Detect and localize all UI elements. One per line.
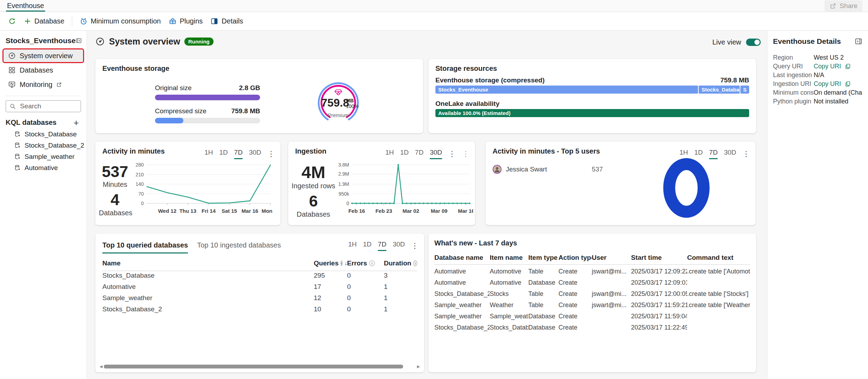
cell-6: .create table ['Weather'... [687, 302, 750, 309]
time-range-30d[interactable]: 30D [430, 149, 442, 159]
card-menu-icon-secondary[interactable]: ⋮ [462, 151, 469, 156]
horizontal-scrollbar[interactable]: ◀ ▶ [100, 364, 420, 369]
copy-uri-link[interactable]: Copy URI [814, 80, 841, 88]
cell-3: Create [558, 279, 592, 286]
svg-text:Wed 12: Wed 12 [158, 208, 176, 214]
plugins-button[interactable]: Plugins [165, 15, 207, 28]
search-box[interactable] [6, 100, 81, 112]
refresh-button[interactable] [4, 15, 20, 28]
time-range-30d[interactable]: 30D [393, 241, 405, 251]
card-menu-icon[interactable]: ⋮ [267, 151, 275, 156]
table-row[interactable]: Automative1701 [102, 281, 417, 292]
add-kql-database-button[interactable]: + [72, 119, 81, 127]
live-view-toggle[interactable] [746, 39, 761, 46]
storage-segment[interactable]: Stocks_Eventhouse [435, 86, 698, 94]
table-row[interactable]: AutomativeAutomotiveTableCreatejswart@mi… [434, 266, 750, 277]
column-header-database-name[interactable]: Database name [434, 254, 490, 262]
onelake-availability-label: OneLake availability [435, 100, 500, 108]
svg-text:70: 70 [138, 191, 144, 197]
kql-database-item[interactable]: Stocks_Database [0, 129, 87, 140]
storage-segment[interactable]: Stocks_Database_2 [699, 86, 739, 94]
svg-text:Mar 09: Mar 09 [431, 208, 448, 214]
details-button[interactable]: Details [206, 15, 247, 28]
grid-icon [8, 66, 16, 74]
time-range-1d[interactable]: 1D [400, 149, 409, 159]
kql-database-item[interactable]: Sample_weather [0, 151, 87, 162]
column-header-item-type[interactable]: Item type [528, 254, 558, 262]
tab-top-ingested[interactable]: Top 10 ingested databases [197, 241, 281, 253]
copy-icon[interactable] [845, 63, 851, 70]
svg-text:Fri 14: Fri 14 [202, 208, 216, 214]
table-row[interactable]: Sample_weatherWeatherTableCreatejswart@m… [434, 299, 750, 311]
tab-top-queried[interactable]: Top 10 queried databases [102, 241, 188, 253]
details-value-text: On demand (Chan... [814, 89, 862, 96]
share-button[interactable]: Share [825, 0, 862, 12]
search-input[interactable] [19, 102, 73, 110]
sidebar-item-system-overview[interactable]: System overview [4, 49, 83, 62]
table-row[interactable]: Stocks_Database_2StocksTableCreatejswart… [434, 288, 750, 299]
cell-0: Sample_weather [434, 302, 490, 309]
scroll-left-icon[interactable]: ◀ [100, 364, 102, 369]
table-row[interactable]: Stocks_Database_21001 [102, 304, 417, 315]
minimum-consumption-button[interactable]: Minimum consumption [76, 15, 165, 28]
info-icon: i [369, 260, 375, 266]
column-header-name[interactable]: Name [102, 259, 314, 267]
column-header-action-type[interactable]: Action type [558, 254, 592, 262]
time-range-1h[interactable]: 1H [348, 241, 357, 251]
table-row[interactable]: Stocks_Database_2Stocks_Databa...Databas… [434, 322, 750, 333]
ingested-rows-value: 4M [290, 163, 337, 181]
sidebar-item-databases[interactable]: Databases [4, 64, 83, 76]
top-user-row[interactable]: Jessica Swart537 [493, 165, 547, 174]
kql-database-item[interactable]: Stocks_Database_2 [0, 140, 87, 151]
kql-database-name: Automative [25, 164, 58, 172]
time-range-7d[interactable]: 7D [415, 149, 423, 159]
column-header-errors[interactable]: Errorsi [347, 259, 384, 267]
card-menu-icon[interactable]: ⋮ [448, 151, 456, 156]
time-range-30d[interactable]: 30D [724, 149, 736, 159]
collapse-details-icon[interactable] [855, 38, 862, 45]
collapse-sidebar-icon[interactable] [76, 37, 82, 45]
details-label: Details [222, 17, 243, 25]
add-database-button[interactable]: Database [20, 15, 68, 28]
time-range-1d[interactable]: 1D [219, 149, 228, 159]
plugins-icon [169, 17, 177, 25]
sidebar-item-label: Databases [20, 66, 53, 74]
time-range-7d[interactable]: 7D [378, 241, 386, 251]
cell-duration: 1 [384, 283, 417, 291]
column-header-user[interactable]: User [592, 254, 631, 262]
time-range-7d[interactable]: 7D [234, 149, 243, 159]
storage-segment[interactable]: S [740, 86, 749, 94]
time-range-30d[interactable]: 30D [249, 149, 261, 159]
kql-database-item[interactable]: Automative [0, 162, 87, 174]
table-row[interactable]: Sample_weather1201 [102, 292, 417, 304]
column-header-duration[interactable]: Durationi [384, 259, 417, 267]
time-range-1d[interactable]: 1D [363, 241, 372, 251]
cell-1: Stocks_Databa... [490, 324, 528, 331]
column-header-queries[interactable]: Queriesi↓ [314, 259, 347, 267]
tab-eventhouse[interactable]: Eventhouse [6, 0, 46, 12]
details-label: Region [773, 54, 814, 61]
copy-uri-link[interactable]: Copy URI [814, 63, 841, 70]
column-header-start-time[interactable]: Start time [631, 254, 687, 262]
database-icon [14, 164, 21, 171]
cell-3: Create [558, 302, 592, 309]
table-row[interactable]: AutomativeAutomativeDatabaseCreate2025/0… [434, 277, 750, 288]
scrollbar-thumb[interactable] [104, 365, 403, 368]
scroll-right-icon[interactable]: ▶ [417, 364, 420, 369]
time-range-selector: 1H1D7D30D [204, 149, 261, 159]
copy-icon[interactable] [845, 81, 851, 87]
time-range-1h[interactable]: 1H [385, 149, 394, 159]
card-menu-icon[interactable]: ⋮ [411, 243, 419, 248]
speedometer-icon [95, 37, 105, 46]
time-range-1h[interactable]: 1H [204, 149, 213, 159]
sidebar-item-monitoring[interactable]: Monitoring [4, 78, 83, 91]
column-header-command-text[interactable]: Command text [687, 254, 750, 262]
cell-queries: 10 [314, 305, 347, 313]
compressed-size-label: Compressed size [155, 107, 206, 115]
column-header-item-name[interactable]: Item name [490, 254, 528, 262]
minutes-label: Minutes [99, 181, 131, 189]
table-row[interactable]: Stocks_Database29503 [102, 270, 417, 281]
table-row[interactable]: Sample_weatherSample_weatherDatabaseCrea… [434, 311, 750, 322]
card-menu-icon[interactable]: ⋮ [742, 151, 750, 156]
cell-1: Sample_weather [490, 313, 528, 320]
